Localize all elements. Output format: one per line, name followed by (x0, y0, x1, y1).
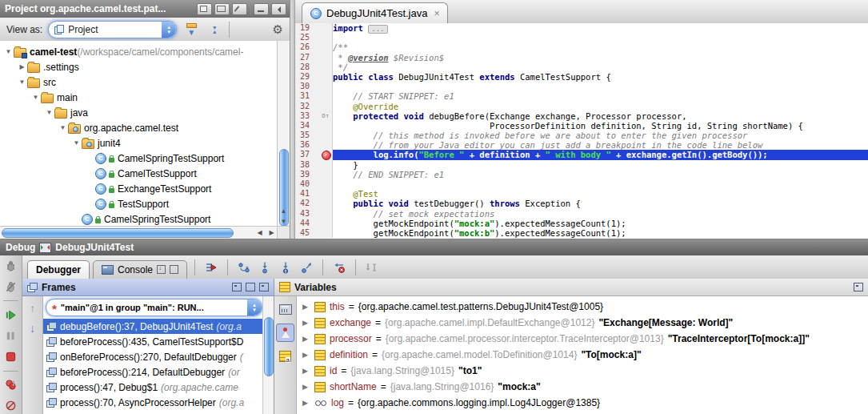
code-area[interactable]: 19import ...2526/**27 * @version $Revisi… (295, 23, 868, 239)
code-line[interactable]: 41 @Test (295, 189, 868, 199)
tree-item[interactable]: CamelTestSupport (0, 166, 278, 181)
frame-row[interactable]: debugBefore():37, DebugJUnit4Test (org.a (43, 319, 262, 334)
tree-vertical-scrollbar[interactable]: ▲ ▼ (277, 41, 290, 227)
tab-console[interactable]: Console (93, 260, 187, 279)
hide-panel-icon[interactable] (271, 3, 286, 15)
pause-icon[interactable] (2, 328, 20, 344)
gutter-icon-area[interactable] (320, 53, 333, 62)
stop-icon[interactable] (2, 348, 20, 365)
minimize-icon[interactable] (254, 3, 269, 15)
code-line[interactable]: 27 * @version $Revision$ (295, 53, 868, 62)
hscroll-thumb[interactable] (2, 228, 234, 238)
view-breakpoints-icon[interactable] (2, 377, 20, 394)
float-window-icon[interactable] (197, 3, 212, 15)
gutter-icon-area[interactable] (320, 131, 333, 140)
frame-row[interactable]: process():70, AsyncProcessorHelper (org.… (43, 395, 262, 410)
gutter-icon-area[interactable] (320, 189, 333, 199)
tree-item[interactable]: CamelSpringTestSupport (0, 151, 278, 166)
code-line[interactable]: 42 public void testDebugger() throws Exc… (295, 199, 868, 208)
code-line[interactable]: 36 // from your Java editor you can just… (295, 140, 868, 150)
code-line[interactable]: 19import ... (295, 23, 868, 33)
gutter-icon-area[interactable] (320, 179, 333, 189)
close-tab-icon[interactable]: × (434, 8, 439, 19)
scroll-to-end-icon[interactable] (157, 265, 166, 274)
code-line[interactable]: 28 */ (295, 62, 868, 72)
expand-arrow-icon[interactable]: ▶ (302, 399, 310, 407)
view-as-dropdown[interactable]: Project ▲▼ (48, 21, 177, 38)
tree-toggle-icon[interactable]: ▶ (17, 63, 27, 70)
tree-item[interactable]: ▼camel-test (/workspace/camel/components… (0, 44, 278, 59)
variable-row[interactable]: ▶id = {java.lang.String@1015}"to1" (297, 363, 868, 379)
gutter-icon-area[interactable]: o↑ (320, 111, 333, 121)
tree-item[interactable]: ▼junit4 (0, 135, 278, 151)
mute-breakpoints-icon[interactable] (2, 397, 20, 414)
gutter-icon-area[interactable] (320, 140, 333, 150)
restore-panel-icon[interactable] (232, 283, 242, 291)
override-marker-icon[interactable]: o↑ (322, 111, 330, 121)
code-line[interactable]: 34 ProcessorDefinition definition, Strin… (295, 121, 868, 131)
variable-row[interactable]: ▶processor = {org.apache.camel.processor… (297, 331, 868, 347)
next-frame-icon[interactable]: ↓ (30, 322, 35, 335)
variable-row[interactable]: ▶definition = {org.apache.camel.model.To… (297, 347, 868, 363)
pin-icon[interactable] (232, 3, 247, 15)
frames-scroll-thumb[interactable] (264, 317, 274, 376)
step-out-icon[interactable] (298, 259, 315, 276)
tree-item[interactable]: ExchangeTestSupport (0, 181, 278, 196)
gear-icon[interactable]: ⚙ (273, 22, 283, 37)
tree-item[interactable]: ▼java (0, 105, 278, 120)
expand-arrow-icon[interactable]: ▶ (302, 319, 310, 327)
gutter-icon-area[interactable] (320, 219, 333, 228)
step-over-icon[interactable] (235, 259, 253, 276)
gutter-icon-area[interactable] (320, 23, 333, 33)
force-step-into-icon[interactable] (277, 259, 294, 276)
watches-icon[interactable] (276, 324, 294, 342)
scroll-to-source-icon[interactable] (214, 3, 230, 15)
kill-process-icon[interactable] (2, 279, 20, 295)
rerun-debug-icon[interactable] (2, 258, 20, 275)
thread-dropdown-stepper-icon[interactable]: ▲▼ (247, 299, 262, 316)
code-line[interactable]: 25 (295, 33, 868, 42)
evaluate-expression-icon[interactable] (277, 301, 294, 318)
gutter-icon-area[interactable] (320, 91, 333, 101)
code-line[interactable]: 33o↑ protected void debugBefore(Exchange… (295, 111, 868, 121)
gutter-icon-area[interactable] (320, 228, 333, 238)
frame-row[interactable]: beforeProcess():214, DefaultDebugger (or (43, 364, 262, 380)
code-line[interactable]: 39 // END SNIPPET: e1 (295, 170, 868, 179)
code-line[interactable]: 30 (295, 82, 868, 91)
scroll-up-icon[interactable]: ▲ (278, 206, 290, 216)
code-line[interactable]: 29public class DebugJUnit4Test extends C… (295, 72, 868, 82)
tree-item[interactable]: CamelSpringTestSupport (0, 211, 278, 227)
tree-toggle-icon[interactable]: ▼ (71, 139, 82, 147)
dropdown-stepper-icon[interactable]: ▲▼ (162, 22, 176, 38)
variable-row[interactable]: ▶exchange = {org.apache.camel.impl.Defau… (297, 315, 868, 331)
editor-tab[interactable]: DebugJUnit4Test.java × (302, 2, 448, 23)
variable-row[interactable]: ▶log = {org.apache.commons.logging.impl.… (297, 395, 868, 411)
code-line[interactable]: 43 // set mock expectations (295, 209, 868, 219)
code-line[interactable]: 38 } (295, 160, 868, 170)
collapse-all-icon[interactable]: ▼▲ (206, 22, 223, 38)
float-console-icon[interactable] (170, 265, 178, 274)
tree-toggle-icon[interactable]: ▼ (58, 124, 68, 131)
code-line[interactable]: 31 // START SNIPPET: e1 (295, 91, 868, 101)
tree-item[interactable]: ▼main (0, 90, 278, 105)
gutter-icon-area[interactable] (320, 62, 333, 72)
variable-row[interactable]: ▶this = {org.apache.camel.test.patterns.… (297, 299, 868, 315)
code-line[interactable]: 37 log.info("Before " + definition + " w… (295, 150, 868, 159)
tree-toggle-icon[interactable]: ▼ (17, 78, 27, 86)
expand-all-icon[interactable] (182, 22, 200, 38)
frame-row[interactable]: process():47, Debug$1 (org.apache.came (43, 380, 262, 395)
tree-item[interactable]: ▼src (0, 74, 278, 90)
code-line[interactable]: 26/** (295, 42, 868, 52)
frames-scrollbar[interactable] (262, 296, 274, 414)
restore-panel-icon[interactable] (854, 283, 863, 291)
breakpoint-icon[interactable] (322, 151, 331, 160)
gutter-icon-area[interactable] (320, 121, 333, 131)
thread-selector[interactable]: * "main"@1 in group "main": RUN... ▲▼ (46, 299, 262, 316)
expand-arrow-icon[interactable]: ▶ (302, 335, 310, 343)
gutter-icon-area[interactable] (320, 72, 333, 82)
dock-panel-icon[interactable] (259, 283, 269, 291)
tree-item[interactable]: ▶.settings (0, 59, 278, 74)
previous-frame-icon[interactable]: ↑ (30, 302, 35, 315)
step-into-icon[interactable] (256, 259, 274, 276)
scroll-left-icon[interactable]: ◀ (254, 227, 266, 239)
